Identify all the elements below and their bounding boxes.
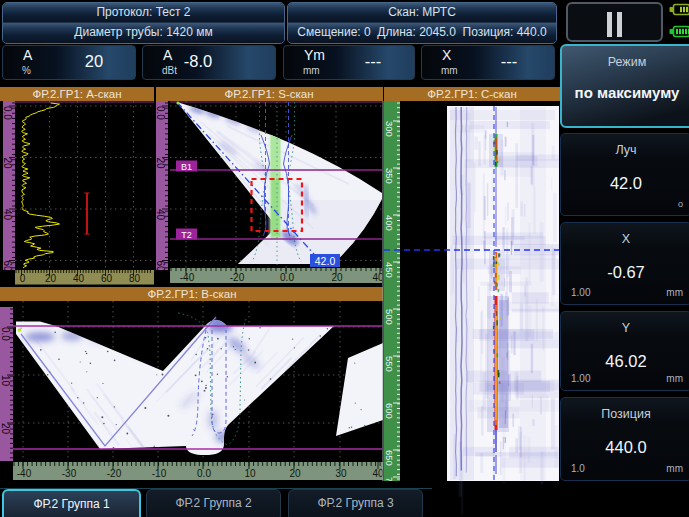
svg-text:0.0: 0.0 (155, 106, 166, 120)
svg-text:T2: T2 (181, 230, 192, 240)
svg-text:20: 20 (2, 158, 13, 170)
svg-text:0.0: 0.0 (0, 327, 11, 341)
svg-text:ФР.2.ГР1: А-скан: ФР.2.ГР1: А-скан (33, 88, 122, 100)
svg-text:-40: -40 (180, 272, 195, 283)
svg-text:0.0: 0.0 (2, 106, 13, 120)
svg-text:600: 600 (384, 403, 395, 419)
svg-text:-40: -40 (17, 468, 32, 479)
svg-text:60: 60 (101, 273, 113, 284)
svg-text:0: 0 (20, 273, 26, 284)
svg-text:10: 10 (244, 468, 256, 479)
svg-text:40: 40 (2, 209, 13, 221)
svg-text:0.0: 0.0 (280, 272, 294, 283)
svg-text:10: 10 (0, 375, 11, 387)
svg-text:ФР.2.ГР1: B-скан: ФР.2.ГР1: B-скан (148, 288, 237, 300)
svg-text:20: 20 (289, 468, 301, 479)
svg-text:400: 400 (384, 215, 395, 231)
svg-text:60: 60 (155, 261, 166, 273)
svg-text:30: 30 (335, 468, 347, 479)
svg-text:80: 80 (129, 273, 141, 284)
svg-text:0.0: 0.0 (197, 468, 211, 479)
svg-text:ФР.2.ГР1: С-скан: ФР.2.ГР1: С-скан (427, 88, 517, 100)
svg-text:40: 40 (73, 273, 85, 284)
svg-text:-30: -30 (62, 468, 77, 479)
svg-text:-20: -20 (107, 468, 122, 479)
svg-text:20: 20 (45, 273, 57, 284)
svg-text:40: 40 (372, 272, 384, 283)
svg-text:-20: -20 (230, 272, 245, 283)
svg-text:300: 300 (384, 121, 395, 137)
svg-text:ФР.2.ГР1: S-скан: ФР.2.ГР1: S-скан (225, 88, 314, 100)
svg-text:350: 350 (384, 168, 395, 184)
svg-text:650: 650 (384, 450, 395, 466)
svg-text:60: 60 (2, 261, 13, 273)
svg-text:500: 500 (384, 309, 395, 325)
svg-text:-10: -10 (152, 468, 167, 479)
svg-text:20: 20 (331, 272, 343, 283)
svg-text:450: 450 (384, 262, 395, 278)
svg-text:20: 20 (0, 423, 11, 435)
svg-text:40: 40 (372, 468, 384, 479)
svg-text:20: 20 (155, 158, 166, 170)
svg-text:550: 550 (384, 356, 395, 372)
svg-text:42.0: 42.0 (315, 255, 336, 267)
svg-text:40: 40 (155, 209, 166, 221)
svg-text:B1: B1 (181, 162, 192, 172)
